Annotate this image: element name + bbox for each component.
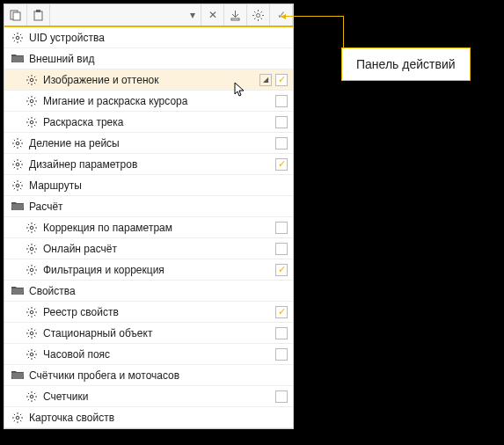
settings-button[interactable]	[247, 4, 270, 26]
tree-row[interactable]: Стационарный объект	[4, 323, 293, 344]
tree-row[interactable]: Карточка свойств	[4, 407, 293, 428]
tree-row[interactable]: Мигание и раскраска курсора	[4, 91, 293, 112]
gear-icon	[10, 138, 26, 149]
row-checkbox[interactable]: ✓	[275, 264, 288, 276]
svg-rect-1	[13, 12, 20, 20]
row-checkbox[interactable]	[275, 243, 288, 255]
tree-row[interactable]: Расчёт	[4, 196, 293, 217]
svg-point-7	[30, 78, 33, 82]
action-toolbar: ▾ ✕ ✓	[4, 4, 293, 27]
row-checkbox[interactable]: ✓	[275, 74, 288, 86]
gear-icon	[10, 412, 26, 423]
tree-row[interactable]: Свойства	[4, 281, 293, 302]
tree-row-label: Онлайн расчёт	[40, 243, 275, 255]
copy-button[interactable]	[4, 4, 27, 26]
row-checkbox[interactable]	[275, 222, 288, 234]
row-checkbox[interactable]	[275, 95, 288, 107]
tree-row[interactable]: Фильтрация и коррекция✓	[4, 259, 293, 281]
tree-row[interactable]: Онлайн расчёт	[4, 238, 293, 259]
dropdown-icon: ▾	[190, 9, 195, 21]
tree-row[interactable]: Реестр свойств✓	[4, 302, 293, 323]
svg-point-14	[30, 247, 33, 251]
gear-icon	[24, 265, 40, 275]
gear-icon	[24, 96, 40, 106]
gear-icon	[24, 307, 40, 317]
svg-point-17	[30, 332, 33, 335]
tree-row-label: Дизайнер параметров	[26, 158, 275, 171]
settings-panel: ▾ ✕ ✓ UID устройстваВнешний видИзображен…	[4, 4, 294, 429]
tree-row[interactable]: Маршруты	[4, 175, 293, 196]
tree-row-label: Счетчики	[40, 390, 275, 403]
callout-connector	[343, 16, 344, 47]
tree-row-label: Коррекция по параметрам	[40, 222, 275, 234]
row-checkbox[interactable]: ✓	[275, 306, 288, 318]
tree-row[interactable]: Деление на рейсы	[4, 133, 293, 154]
tree-row-label: Фильтрация и коррекция	[40, 264, 275, 276]
tree-row[interactable]: Коррекция по параметрам	[4, 217, 293, 238]
export-icon	[230, 10, 241, 21]
svg-point-8	[30, 99, 33, 103]
svg-point-9	[30, 120, 33, 124]
tree-row-label: Стационарный объект	[40, 327, 275, 339]
tree-row-label: Счётчики пробега и моточасов	[26, 369, 288, 382]
tree-row[interactable]: Дизайнер параметров✓	[4, 154, 293, 175]
svg-point-16	[30, 310, 33, 314]
tree-row-label: Расчёт	[26, 201, 288, 213]
svg-point-10	[16, 142, 19, 145]
svg-point-11	[16, 163, 19, 166]
callout-arrow	[281, 16, 343, 17]
svg-rect-3	[36, 10, 40, 12]
folder-icon	[10, 54, 26, 63]
tree-row-label: UID устройства	[26, 32, 288, 44]
folder-icon	[10, 286, 26, 295]
tree-row[interactable]: Внешний вид	[4, 48, 293, 69]
svg-point-13	[30, 226, 33, 230]
svg-rect-2	[34, 11, 42, 20]
svg-rect-4	[231, 18, 239, 20]
copy-icon	[10, 10, 21, 21]
tree-row-label: Раскраска трека	[40, 116, 275, 128]
svg-point-6	[16, 36, 19, 40]
tree-row-label: Мигание и раскраска курсора	[40, 95, 275, 107]
row-checkbox[interactable]	[275, 116, 288, 128]
row-checkbox[interactable]	[275, 327, 288, 339]
svg-point-15	[30, 268, 33, 272]
gear-icon	[10, 159, 26, 170]
gear-icon	[24, 75, 40, 85]
row-checkbox[interactable]: ✓	[275, 158, 288, 171]
row-checkbox[interactable]	[275, 137, 288, 150]
paste-button[interactable]	[27, 4, 50, 26]
row-checkbox[interactable]	[275, 390, 288, 403]
export-button[interactable]	[224, 4, 247, 26]
callout-box: Панель действий	[341, 47, 471, 81]
row-dropdown-icon[interactable]: ◢	[259, 74, 272, 86]
folder-icon	[10, 201, 26, 211]
svg-point-18	[30, 353, 33, 356]
tree-row[interactable]: Счетчики	[4, 386, 293, 407]
tree-row[interactable]: UID устройства	[4, 27, 293, 48]
tree-row-label: Маршруты	[26, 179, 288, 192]
gear-icon	[252, 10, 264, 21]
tree-row-label: Деление на рейсы	[26, 137, 275, 150]
callout-label: Панель действий	[356, 57, 456, 71]
toolbar-dropdown[interactable]: ▾	[50, 4, 201, 26]
gear-icon	[24, 244, 40, 254]
tree-row-label: Карточка свойств	[26, 412, 288, 424]
tree-row-label: Внешний вид	[26, 53, 288, 65]
gear-icon	[10, 180, 26, 191]
gear-icon	[24, 222, 40, 233]
gear-icon	[24, 328, 40, 339]
gear-icon	[10, 33, 26, 43]
close-button[interactable]: ✕	[201, 4, 224, 26]
paste-icon	[33, 10, 44, 21]
tree-row-label: Реестр свойств	[40, 306, 275, 318]
gear-icon	[24, 391, 40, 402]
tree-row[interactable]: Счётчики пробега и моточасов	[4, 365, 293, 386]
tree-row[interactable]: Раскраска трека	[4, 112, 293, 133]
svg-point-20	[16, 416, 19, 419]
tree-row[interactable]: Изображение и оттенок◢✓	[4, 69, 293, 91]
tree-row[interactable]: Часовой пояс	[4, 344, 293, 365]
close-icon: ✕	[208, 9, 217, 21]
row-checkbox[interactable]	[275, 348, 288, 361]
svg-point-12	[16, 184, 19, 187]
